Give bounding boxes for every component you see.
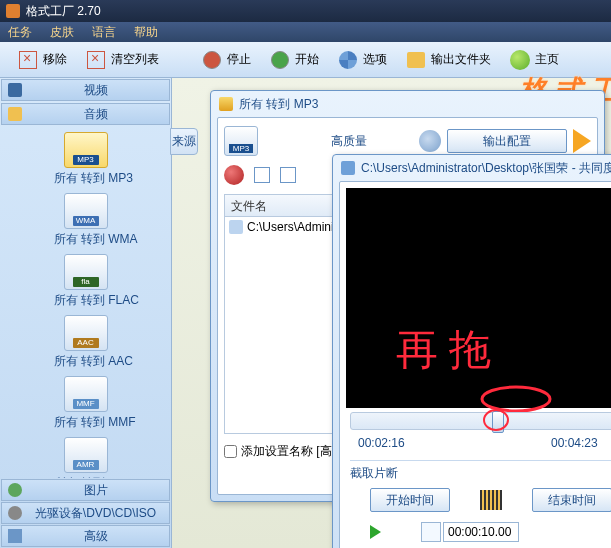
menu-lang[interactable]: 语言 (92, 24, 116, 41)
output-config-button[interactable]: 输出配置 (447, 129, 567, 153)
advanced-icon (8, 529, 22, 543)
stop-button[interactable]: 停止 (194, 46, 258, 74)
options-label: 选项 (363, 51, 387, 68)
convert-titlebar[interactable]: 所有 转到 MP3 (211, 91, 604, 117)
format-label: 所有 转到 AAC (54, 353, 118, 370)
next-arrow-icon[interactable] (573, 129, 591, 153)
category-audio[interactable]: 音频 (1, 103, 170, 125)
seek-handle[interactable] (492, 411, 504, 433)
home-button[interactable]: 主页 (502, 46, 566, 74)
annotation-circle (476, 384, 556, 414)
quality-label: 高质量 (331, 133, 367, 150)
clear-label: 清空列表 (111, 51, 159, 68)
settings-icon[interactable] (419, 130, 441, 152)
add-config-label: 添加设置名称 [高质 (241, 443, 344, 460)
time-total: 00:04:23 (551, 436, 598, 450)
annotation-drag: 再 拖 (396, 322, 491, 378)
start-button[interactable]: 开始 (262, 46, 326, 74)
category-drive[interactable]: 光驱设备\DVD\CD\ISO (1, 502, 170, 524)
start-time-stepper[interactable] (421, 522, 441, 542)
category-advanced-label: 高级 (28, 528, 163, 545)
gear-icon (339, 51, 357, 69)
start-icon (271, 51, 289, 69)
start-label: 开始 (295, 51, 319, 68)
format-item-wma[interactable]: WMA所有 转到 WMA (54, 193, 118, 248)
stop-label: 停止 (227, 51, 251, 68)
options-button[interactable]: 选项 (330, 46, 394, 74)
preview-start-button[interactable] (370, 525, 381, 539)
category-advanced[interactable]: 高级 (1, 525, 170, 547)
content-area: 来源 格 式 工 @51CTO博客 所有 转到 MP3 MP3 高质量 输出配置 (172, 78, 611, 548)
globe-icon (510, 50, 530, 70)
dialog-icon (219, 97, 233, 111)
category-audio-label: 音频 (28, 106, 163, 123)
seek-slider[interactable] (350, 412, 611, 430)
category-video[interactable]: 视频 (1, 79, 170, 101)
trim-heading: 截取片断 (350, 465, 611, 482)
app-title: 格式工厂 2.70 (26, 3, 101, 20)
remove-file-icon[interactable] (224, 165, 244, 185)
end-time-button[interactable]: 结束时间 (532, 488, 611, 512)
format-label: 所有 转到 FLAC (54, 292, 118, 309)
video-area: 再 拖 先 (346, 188, 611, 408)
svg-point-0 (482, 387, 550, 411)
app-icon (6, 4, 20, 18)
tool-icon-1[interactable] (254, 167, 270, 183)
video-icon (8, 83, 22, 97)
trim-section: 截取片断 开始时间 结束时间 00:00:10.00 (350, 460, 611, 542)
title-bar: 格式工厂 2.70 (0, 0, 611, 22)
source-label: 来源 (170, 128, 198, 155)
home-label: 主页 (535, 51, 559, 68)
add-config-checkbox[interactable] (224, 445, 237, 458)
format-mp3-icon: MP3 (224, 126, 258, 156)
player-dialog-icon (341, 161, 355, 175)
player-title: C:\Users\Administrator\Desktop\张国荣 - 共同度… (361, 160, 611, 177)
clear-icon (87, 51, 105, 69)
remove-label: 移除 (43, 51, 67, 68)
output-folder-button[interactable]: 输出文件夹 (398, 46, 498, 74)
start-time-button[interactable]: 开始时间 (370, 488, 450, 512)
picture-icon (8, 483, 22, 497)
menu-help[interactable]: 帮助 (134, 24, 158, 41)
category-picture[interactable]: 图片 (1, 479, 170, 501)
category-picture-label: 图片 (28, 482, 163, 499)
audio-icon (8, 107, 22, 121)
format-item-fla[interactable]: fla所有 转到 FLAC (54, 254, 118, 309)
format-label: 所有 转到 MMF (54, 414, 118, 431)
menu-task[interactable]: 任务 (8, 24, 32, 41)
remove-icon (19, 51, 37, 69)
format-item-aac[interactable]: AAC所有 转到 AAC (54, 315, 118, 370)
player-dialog: C:\Users\Administrator\Desktop\张国荣 - 共同度… (332, 154, 611, 548)
convert-title: 所有 转到 MP3 (239, 96, 318, 113)
outfolder-label: 输出文件夹 (431, 51, 491, 68)
menu-bar: 任务 皮肤 语言 帮助 (0, 22, 611, 42)
category-drive-label: 光驱设备\DVD\CD\ISO (28, 505, 163, 522)
file-icon (229, 220, 243, 234)
format-label: 所有 转到 MP3 (54, 170, 118, 187)
format-item-mmf[interactable]: MMF所有 转到 MMF (54, 376, 118, 431)
stop-icon (203, 51, 221, 69)
menu-skin[interactable]: 皮肤 (50, 24, 74, 41)
format-item-amr[interactable]: AMR所有 转到 AMR (54, 437, 118, 478)
film-icon (480, 490, 502, 510)
format-label: 所有 转到 WMA (54, 231, 118, 248)
folder-icon (407, 52, 425, 68)
sidebar: 视频 音频 MP3所有 转到 MP3WMA所有 转到 WMAfla所有 转到 F… (0, 78, 172, 548)
disc-icon (8, 506, 22, 520)
player-titlebar[interactable]: C:\Users\Administrator\Desktop\张国荣 - 共同度… (333, 155, 611, 181)
start-time-value[interactable]: 00:00:10.00 (443, 522, 519, 542)
format-tray: MP3所有 转到 MP3WMA所有 转到 WMAfla所有 转到 FLACAAC… (0, 126, 171, 478)
clear-button[interactable]: 清空列表 (78, 46, 166, 74)
category-video-label: 视频 (28, 82, 163, 99)
remove-button[interactable]: 移除 (10, 46, 74, 74)
format-item-mp3[interactable]: MP3所有 转到 MP3 (54, 132, 118, 187)
tool-icon-2[interactable] (280, 167, 296, 183)
time-current: 00:02:16 (358, 436, 405, 450)
